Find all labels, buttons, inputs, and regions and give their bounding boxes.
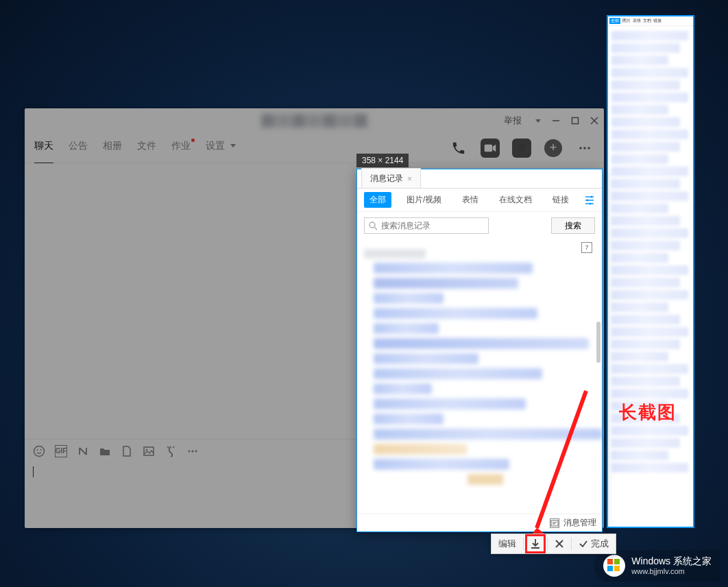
svg-point-17 xyxy=(591,195,593,197)
screenshot-icon[interactable] xyxy=(77,445,89,457)
report-link[interactable]: 举报 xyxy=(504,115,522,127)
emoji-icon[interactable] xyxy=(33,445,45,457)
more-tools-icon[interactable] xyxy=(186,445,199,457)
svg-rect-34 xyxy=(614,566,620,571)
download-icon xyxy=(529,538,542,550)
minimize-icon[interactable] xyxy=(552,117,560,125)
message-history-panel: 消息记录 × 全部 图片/视频 表情 在线文档 链接 搜索 7 xyxy=(356,169,603,532)
tab-settings[interactable]: 设置 xyxy=(206,140,236,156)
dropdown-icon[interactable] xyxy=(533,117,541,125)
windows-logo-icon xyxy=(603,554,626,577)
filter-emoji[interactable]: 表情 xyxy=(457,192,484,208)
svg-rect-22 xyxy=(551,520,558,526)
history-tab[interactable]: 消息记录 × xyxy=(361,168,421,188)
svg-point-19 xyxy=(590,202,592,204)
svg-point-5 xyxy=(579,147,582,149)
calendar-icon[interactable]: 7 xyxy=(581,242,592,253)
filter-docs[interactable]: 在线文档 xyxy=(494,192,537,208)
close-icon xyxy=(555,539,564,549)
video-call-icon[interactable] xyxy=(481,139,500,158)
filter-settings-icon[interactable] xyxy=(584,195,595,206)
tab-chat[interactable]: 聊天 xyxy=(34,140,53,156)
search-icon xyxy=(368,221,378,230)
watermark: Windows 系统之家 www.bjjmlv.com xyxy=(594,550,720,582)
svg-point-9 xyxy=(37,449,38,451)
tab-notice[interactable]: 公告 xyxy=(69,140,88,156)
add-button[interactable]: + xyxy=(544,139,563,158)
folder-icon[interactable] xyxy=(99,445,111,457)
more-icon[interactable] xyxy=(575,139,594,158)
svg-point-8 xyxy=(34,446,45,456)
tab-album[interactable]: 相册 xyxy=(103,140,122,156)
message-manage-link[interactable]: 消息管理 xyxy=(563,517,596,529)
svg-rect-31 xyxy=(607,559,613,564)
maximize-icon[interactable] xyxy=(571,117,579,125)
filter-all[interactable]: 全部 xyxy=(364,192,391,208)
close-icon[interactable] xyxy=(590,117,598,125)
svg-line-21 xyxy=(374,227,377,230)
close-history-tab-icon[interactable]: × xyxy=(407,174,412,184)
history-search-button[interactable]: 搜索 xyxy=(551,217,595,234)
long-screenshot-preview: 全部图片表情文档链接 长截图 xyxy=(607,15,694,528)
svg-point-14 xyxy=(192,450,194,452)
history-message-list[interactable]: 7 xyxy=(357,239,602,514)
course-button[interactable]: 课 xyxy=(512,139,531,158)
svg-point-20 xyxy=(369,222,375,228)
tab-files[interactable]: 文件 xyxy=(137,140,156,156)
svg-rect-1 xyxy=(572,118,579,124)
check-icon xyxy=(579,539,588,549)
screenshot-edit-button[interactable]: 编辑 xyxy=(492,534,523,553)
shake-icon[interactable] xyxy=(165,445,177,457)
svg-point-13 xyxy=(189,450,191,452)
gif-icon[interactable]: GIF xyxy=(55,445,67,457)
svg-rect-4 xyxy=(485,144,492,152)
tab-homework[interactable]: 作业 xyxy=(171,140,191,156)
screenshot-dimension-label: 358 × 2144 xyxy=(356,154,409,167)
svg-point-10 xyxy=(40,449,42,451)
message-manage-icon xyxy=(550,518,559,528)
voice-call-icon[interactable] xyxy=(449,139,468,158)
send-file-icon[interactable] xyxy=(121,445,133,457)
image-icon[interactable] xyxy=(143,445,155,457)
screenshot-toolbar: 编辑 完成 xyxy=(491,534,616,554)
screenshot-save-button[interactable] xyxy=(525,534,546,553)
svg-point-15 xyxy=(195,450,197,452)
group-tabs-bar: 聊天 公告 相册 文件 作业 设置 课 + xyxy=(25,133,604,163)
history-scrollbar[interactable] xyxy=(596,322,600,363)
window-title-blurred xyxy=(261,114,367,128)
screenshot-done-button[interactable]: 完成 xyxy=(572,534,616,553)
window-title-bar: 举报 xyxy=(25,108,604,133)
svg-rect-33 xyxy=(607,566,613,571)
svg-point-12 xyxy=(146,448,148,451)
screenshot-cancel-button[interactable] xyxy=(548,534,571,553)
history-search-input[interactable] xyxy=(364,217,489,234)
filter-media[interactable]: 图片/视频 xyxy=(401,192,447,208)
filter-links[interactable]: 链接 xyxy=(547,192,574,208)
long-screenshot-label: 长截图 xyxy=(619,400,677,424)
svg-point-18 xyxy=(587,199,589,201)
svg-rect-32 xyxy=(614,559,620,564)
svg-point-6 xyxy=(583,147,586,149)
svg-point-7 xyxy=(587,147,590,149)
